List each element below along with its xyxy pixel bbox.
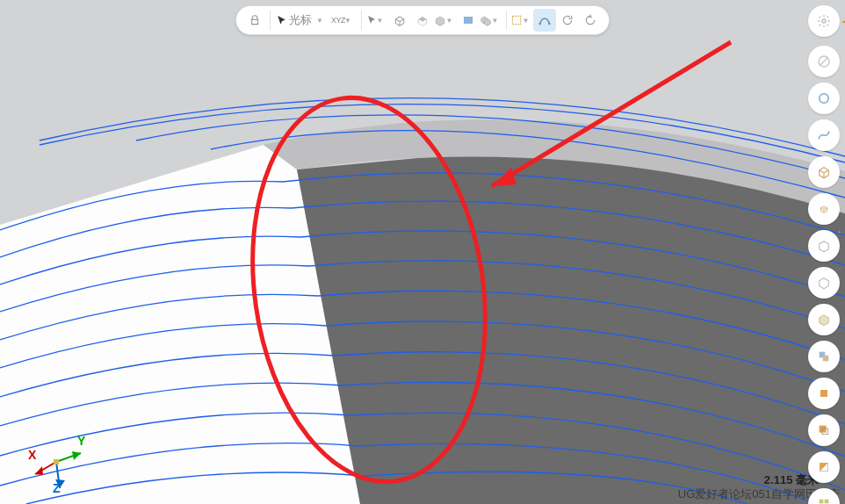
axis-z-label: Z xyxy=(53,481,61,495)
svg-point-4 xyxy=(822,19,826,23)
settings-gear-button[interactable]: + xyxy=(808,5,840,37)
curve-tool-button[interactable] xyxy=(808,119,840,151)
axes-button[interactable]: XYZ ▼ xyxy=(329,9,358,32)
cursor-mode-button[interactable]: 光标 ▼ xyxy=(274,9,329,32)
select-arrow-button[interactable]: ▼ xyxy=(365,9,388,32)
svg-rect-0 xyxy=(464,18,472,24)
chevron-down-icon: ▼ xyxy=(445,17,456,25)
svg-rect-15 xyxy=(825,500,829,504)
remove-cube-button[interactable]: − xyxy=(808,267,840,299)
svg-point-7 xyxy=(820,94,829,104)
top-toolbar: 光标 ▼ XYZ ▼ ▼ ▼ ▼ ▼ xyxy=(235,5,610,35)
svg-rect-9 xyxy=(823,356,829,362)
display-refresh-button[interactable] xyxy=(579,9,602,32)
svg-point-3 xyxy=(548,23,551,25)
chevron-down-icon: ▼ xyxy=(344,17,355,25)
plus-icon: + xyxy=(837,228,841,236)
svg-rect-10 xyxy=(820,390,827,397)
model-viewport[interactable] xyxy=(0,0,845,504)
orange-square-overlay-button[interactable] xyxy=(808,414,840,446)
right-quick-buttons: + + − xyxy=(808,5,840,504)
add-cube-button[interactable]: + xyxy=(808,230,840,262)
filter-group-button[interactable]: ▼ xyxy=(480,9,502,32)
shaded-cube-button[interactable] xyxy=(808,304,840,335)
chevron-down-icon: ▼ xyxy=(376,17,386,25)
cursor-label: 光标 xyxy=(287,12,317,28)
connected-curves-button[interactable] xyxy=(533,9,556,32)
filter-face-button[interactable] xyxy=(457,9,480,32)
half-square-button[interactable] xyxy=(808,451,840,483)
svg-marker-19 xyxy=(35,466,43,475)
lock-icon[interactable] xyxy=(243,9,266,32)
chevron-down-icon: ▼ xyxy=(522,17,532,25)
svg-rect-11 xyxy=(820,426,827,433)
small-cube-button[interactable] xyxy=(808,193,840,225)
circle-tool-button[interactable] xyxy=(808,83,840,114)
forbid-button[interactable] xyxy=(808,46,840,77)
orange-square-button[interactable] xyxy=(808,378,840,409)
wireframe-cube-button[interactable] xyxy=(808,156,840,188)
two-squares-button[interactable] xyxy=(808,341,840,372)
chevron-down-icon: ▼ xyxy=(491,17,502,25)
svg-rect-14 xyxy=(820,500,824,504)
svg-rect-1 xyxy=(513,16,521,24)
add-icon[interactable]: + xyxy=(841,12,845,32)
four-panes-button[interactable] xyxy=(808,488,840,504)
svg-line-6 xyxy=(820,58,828,66)
minus-icon: − xyxy=(837,265,841,273)
refresh-button[interactable] xyxy=(556,9,579,32)
filter-solid-button[interactable] xyxy=(388,9,411,32)
chevron-down-icon: ▼ xyxy=(316,17,327,25)
marquee-select-button[interactable]: ▼ xyxy=(510,9,533,32)
axis-y-label: Y xyxy=(77,434,85,448)
axes-label: XYZ xyxy=(331,16,345,25)
axis-x-label: X xyxy=(28,448,36,462)
filter-surface-button[interactable] xyxy=(411,9,434,32)
svg-rect-24 xyxy=(54,459,59,464)
svg-point-2 xyxy=(538,23,541,25)
filter-body-button[interactable]: ▼ xyxy=(434,9,457,32)
